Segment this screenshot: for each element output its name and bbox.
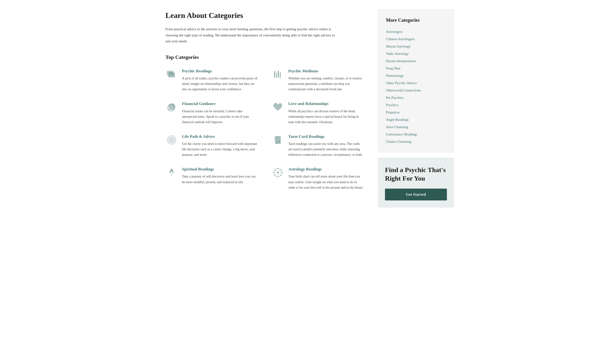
category-text-financial-guidance: Financial Guidance Financial issues can … <box>182 101 257 125</box>
flame-icon <box>166 166 178 179</box>
svg-line-25 <box>275 169 276 171</box>
sidebar-link-8[interactable]: Otherworld Connections <box>386 87 446 94</box>
main-content: Learn About Categories From practical ad… <box>166 10 364 207</box>
cards-icon <box>272 134 284 146</box>
sidebar-link-3[interactable]: Vedic Astrology <box>386 50 446 57</box>
sidebar-link-14[interactable]: Cartomancy Readings <box>386 131 446 138</box>
sidebar: More Categories AstrologersChinese Astro… <box>378 10 454 207</box>
category-name-love-and-relationships: Love and Relationships <box>288 101 364 107</box>
sidebar-link-6[interactable]: Numerology <box>386 72 446 79</box>
svg-rect-7 <box>280 72 281 78</box>
category-desc-astrology-readings: Your birth chart can tell more about you… <box>288 174 364 190</box>
category-desc-life-path: Get the clarity you need to move forward… <box>182 141 257 157</box>
category-item-love-and-relationships: Love and Relationships While all psychic… <box>272 101 364 125</box>
top-categories-title: Top Categories <box>166 53 364 61</box>
category-name-psychic-mediums: Psychic Mediums <box>288 68 364 74</box>
category-desc-psychic-mediums: Whether you are seeking comfort, closure… <box>288 76 364 92</box>
category-text-life-path: Life Path & Advice Get the clarity you n… <box>182 133 257 157</box>
sidebar-link-12[interactable]: Angel Readings <box>386 116 446 123</box>
category-desc-financial-guidance: Financial issues can be stressful. Caree… <box>182 108 257 125</box>
category-text-tarot-card-readings: Tarot Card Readings Tarot readings can a… <box>288 133 364 157</box>
categories-grid: Psychic Readings A jack of all trades, p… <box>166 68 364 190</box>
svg-line-26 <box>280 174 281 176</box>
page-title: Learn About Categories <box>166 10 364 22</box>
bars-icon <box>272 68 284 81</box>
category-desc-tarot-card-readings: Tarot readings can assist you with any a… <box>288 141 364 157</box>
coin-icon <box>166 101 178 113</box>
category-item-spiritual-readings: Spiritual Readings Take a journey of sel… <box>166 166 257 190</box>
find-psychic-box: Find a Psychic That's Right For You Get … <box>378 158 454 207</box>
svg-rect-5 <box>276 73 277 78</box>
category-name-astrology-readings: Astrology Readings <box>288 166 364 172</box>
sidebar-links-container: AstrologersChinese AstrologersMayan Astr… <box>386 28 446 145</box>
wheel-icon <box>272 166 284 179</box>
category-name-spiritual-readings: Spiritual Readings <box>182 166 257 172</box>
category-item-tarot-card-readings: Tarot Card Readings Tarot readings can a… <box>272 133 364 157</box>
sidebar-link-2[interactable]: Mayan Astrology <box>386 43 446 50</box>
sidebar-link-7[interactable]: Other Psychic Advice <box>386 79 446 87</box>
category-desc-spiritual-readings: Take a journey of self-discovery and lea… <box>182 174 257 185</box>
sidebar-link-1[interactable]: Chinese Astrologers <box>386 36 446 43</box>
get-started-button[interactable]: Get Started <box>385 189 447 200</box>
intro-text: From practical advice to the answers to … <box>166 26 340 44</box>
sidebar-link-5[interactable]: Feng Shui <box>386 65 446 72</box>
more-categories-box: More Categories AstrologersChinese Astro… <box>378 10 454 152</box>
sidebar-link-13[interactable]: Aura Cleansing <box>386 123 446 131</box>
category-item-financial-guidance: Financial Guidance Financial issues can … <box>166 101 257 125</box>
sidebar-link-0[interactable]: Astrologers <box>386 28 446 36</box>
heart-icon <box>272 101 284 113</box>
category-text-astrology-readings: Astrology Readings Your birth chart can … <box>288 166 364 190</box>
svg-rect-3 <box>171 72 172 73</box>
svg-rect-15 <box>276 136 281 144</box>
find-psychic-title: Find a Psychic That's Right For You <box>385 166 447 183</box>
sidebar-link-9[interactable]: Pet Psychics <box>386 94 446 101</box>
svg-line-27 <box>280 169 281 171</box>
category-text-love-and-relationships: Love and Relationships While all psychic… <box>288 101 364 125</box>
category-name-life-path: Life Path & Advice <box>182 133 257 140</box>
svg-rect-2 <box>169 72 171 73</box>
category-text-psychic-mediums: Psychic Mediums Whether you are seeking … <box>288 68 364 92</box>
svg-rect-6 <box>278 71 279 78</box>
category-desc-love-and-relationships: While all psychics can discuss matters o… <box>288 108 364 125</box>
category-item-astrology-readings: Astrology Readings Your birth chart can … <box>272 166 364 190</box>
category-name-tarot-card-readings: Tarot Card Readings <box>288 133 364 140</box>
svg-rect-4 <box>274 71 275 78</box>
category-desc-psychic-readings: A jack of all trades, psychic readers ca… <box>182 76 257 92</box>
sidebar-link-15[interactable]: Chakra Cleansing <box>386 138 446 145</box>
more-categories-title: More Categories <box>386 16 446 24</box>
sidebar-link-10[interactable]: Psychics <box>386 101 446 109</box>
spiral-icon <box>166 134 178 146</box>
sidebar-link-4[interactable]: Dream Interpretation <box>386 57 446 65</box>
category-item-psychic-readings: Psychic Readings A jack of all trades, p… <box>166 68 257 92</box>
category-text-spiritual-readings: Spiritual Readings Take a journey of sel… <box>182 166 257 185</box>
svg-line-28 <box>275 174 276 176</box>
sidebar-link-11[interactable]: Psíquicos <box>386 109 446 116</box>
svg-point-20 <box>277 172 279 173</box>
category-item-psychic-mediums: Psychic Mediums Whether you are seeking … <box>272 68 364 92</box>
chat-icon <box>166 68 178 81</box>
category-name-psychic-readings: Psychic Readings <box>182 68 257 74</box>
page-wrapper: Learn About Categories From practical ad… <box>137 0 468 221</box>
svg-point-13 <box>171 140 172 140</box>
category-item-life-path: Life Path & Advice Get the clarity you n… <box>166 133 257 157</box>
category-name-financial-guidance: Financial Guidance <box>182 101 257 107</box>
category-text-psychic-readings: Psychic Readings A jack of all trades, p… <box>182 68 257 92</box>
